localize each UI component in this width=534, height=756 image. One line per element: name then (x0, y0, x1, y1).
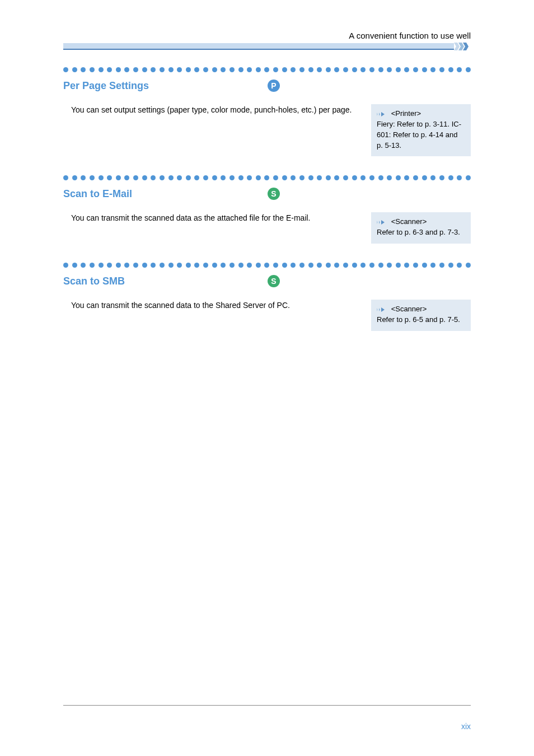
info-box-title: <Printer> (391, 109, 421, 118)
page-number: xix (461, 722, 471, 731)
section-heading: Per Page Settings (63, 80, 268, 92)
section-heading: Scan to SMB (63, 276, 268, 287)
description-text: You can set output settings (paper type,… (63, 104, 362, 116)
footer-divider (63, 705, 471, 706)
chevrons-right-icon (454, 43, 471, 50)
header-accent-bar (63, 43, 471, 50)
info-box-title: <Scanner> (391, 217, 427, 226)
info-box-title: <Scanner> (391, 305, 427, 313)
content-row: You can transmit the scanned data to the… (63, 300, 471, 331)
info-box-text: Refer to p. 6-5 and p. 7-5. (377, 315, 460, 324)
dotted-separator (63, 67, 471, 73)
section-heading-row: Scan to SMB S (63, 275, 471, 287)
scanner-badge-icon: S (268, 275, 280, 287)
info-box-text: Fiery: Refer to p. 3-11. IC-601: Refer t… (377, 120, 461, 150)
description-text: You can transmit the scanned data as the… (63, 212, 362, 224)
printer-badge-icon: P (268, 80, 280, 92)
dotted-separator (63, 263, 471, 268)
info-box: <Printer> Fiery: Refer to p. 3-11. IC-60… (371, 104, 471, 156)
section-heading-row: Per Page Settings P (63, 80, 471, 92)
content-row: You can set output settings (paper type,… (63, 104, 471, 156)
info-box: <Scanner> Refer to p. 6-3 and p. 7-3. (371, 212, 471, 244)
dotted-separator (63, 175, 471, 181)
section-heading-row: Scan to E-Mail S (63, 188, 471, 200)
info-box: <Scanner> Refer to p. 6-5 and p. 7-5. (371, 300, 471, 331)
description-text: You can transmit the scanned data to the… (63, 300, 362, 311)
section-heading: Scan to E-Mail (63, 188, 268, 200)
content-row: You can transmit the scanned data as the… (63, 212, 471, 244)
reference-arrow-icon (377, 220, 387, 225)
reference-arrow-icon (377, 111, 387, 117)
info-box-text: Refer to p. 6-3 and p. 7-3. (377, 228, 460, 236)
scanner-badge-icon: S (268, 188, 280, 200)
running-header: A convenient function to use well (63, 31, 471, 40)
reference-arrow-icon (377, 307, 387, 312)
